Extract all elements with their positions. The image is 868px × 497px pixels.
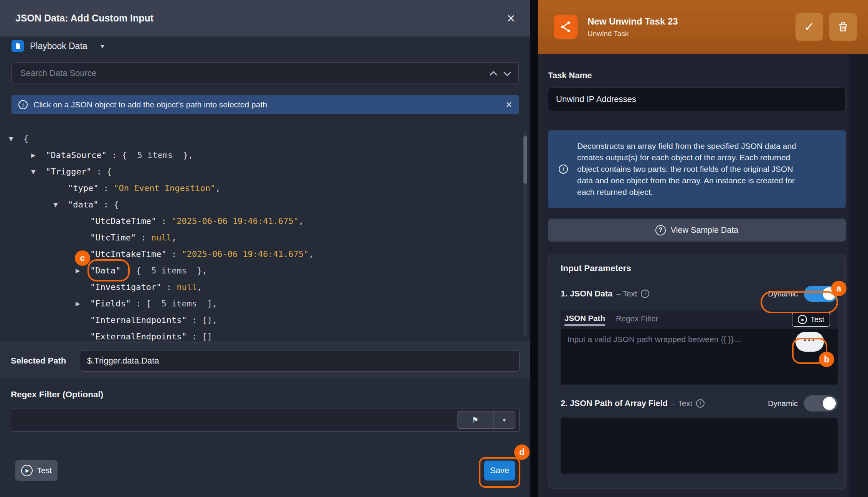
input-parameters-panel: Input Parameters 1. JSON Data – Text i D… (548, 254, 846, 489)
json-token-punc: : (167, 249, 182, 259)
param-test-button[interactable]: ▶ Test (792, 312, 830, 327)
expand-icon[interactable]: ▶ (31, 152, 46, 159)
dynamic-toggle-on[interactable] (804, 286, 838, 302)
question-icon: ? (655, 225, 666, 235)
info-icon: i (641, 290, 649, 298)
param-1-label: 1. JSON Data (561, 289, 612, 299)
flag-icon: ⚑ (457, 411, 493, 428)
json-token-null: null (151, 233, 172, 242)
json-tree: ▼{▶"DataSource" : { 5 items },▼"Trigger"… (0, 126, 530, 342)
json-tree-line[interactable]: ▶"Fields" : [ 5 items ], (0, 295, 530, 312)
json-tree-line[interactable]: "InternalEndpoints" : [], (0, 312, 530, 328)
json-token-str: "2025-06-06 19:46:41.675" (182, 249, 309, 259)
param-1-type: – Text (616, 289, 637, 298)
data-source-search (12, 63, 519, 84)
json-path-widget: JSON Path Regex Filter ▶ Test ··· (561, 310, 838, 385)
collapse-icon[interactable]: ▼ (9, 135, 23, 142)
json-token-punc: : { (91, 167, 112, 176)
json-token-punc: : { (120, 266, 151, 275)
json-tree-line[interactable]: ▼"data" : { (0, 196, 530, 213)
test-button-label: Test (37, 466, 52, 475)
panel-scroll-gutter (850, 54, 868, 497)
param-1-labels: 1. JSON Data – Text i (561, 289, 649, 299)
json-tree-line[interactable]: "UtcIntakeTime" : "2025-06-06 19:46:41.6… (0, 246, 530, 262)
more-options-button[interactable]: ··· (795, 332, 824, 352)
close-icon[interactable]: × (507, 12, 515, 25)
regex-filter-field: ⚑ ▼ (11, 408, 520, 432)
regex-filter-input[interactable] (11, 415, 519, 425)
tab-json-path[interactable]: JSON Path (564, 314, 605, 326)
data-source-dropdown[interactable]: Playbook Data ▼ (12, 39, 519, 53)
task-subtitle: Unwind Task (587, 30, 678, 38)
view-sample-data-button[interactable]: ? View Sample Data (548, 219, 846, 242)
json-tree-line[interactable]: ▶"DataSource" : { 5 items }, (0, 147, 530, 163)
json-tree-line[interactable]: "ExternalEndpoints" : [] (0, 328, 530, 342)
json-tree-line[interactable]: "UtcDateTime" : "2025-06-06 19:46:41.675… (0, 213, 530, 229)
json-token-punc: : (98, 183, 114, 193)
param-2-labels: 2. JSON Path of Array Field – Text i (561, 399, 705, 408)
json-token-punc: : { (107, 150, 137, 160)
task-description-text: Deconstructs an array field from the spe… (577, 140, 807, 198)
json-path-input-body: ··· (561, 329, 838, 385)
json-token-punc: , (215, 183, 220, 193)
collapse-icon[interactable]: ▼ (53, 201, 68, 208)
json-token-key: "Fields" (90, 299, 131, 308)
json-token-key: "InternalEndpoints" (90, 315, 187, 325)
selected-path-section: Selected Path (0, 342, 530, 379)
json-tree-line[interactable]: "UtcTime" : null, (0, 229, 530, 246)
info-icon: i (696, 399, 705, 408)
param-test-label: Test (810, 315, 824, 324)
expand-icon[interactable]: ▶ (76, 300, 90, 307)
json-tree-line[interactable]: "type" : "On Event Ingestion", (0, 180, 530, 196)
scrollbar-thumb[interactable] (523, 136, 527, 184)
dynamic-toggle-off[interactable] (804, 395, 838, 411)
test-button[interactable]: ▶ Test (15, 460, 58, 481)
array-field-path-textarea[interactable] (561, 418, 838, 474)
json-token-punc: , (309, 249, 314, 259)
collapse-icon[interactable]: ▼ (31, 168, 46, 175)
dynamic-label: Dynamic (768, 290, 798, 298)
json-token-items: 5 items (161, 299, 197, 308)
save-button[interactable]: Save (484, 461, 515, 481)
json-data-modal: JSON Data: Add Custom Input × Playbook D… (0, 0, 530, 497)
task-name-input[interactable] (548, 87, 846, 111)
regex-filter-label: Regex Filter (Optional) (11, 390, 520, 400)
json-token-punc: , (172, 233, 177, 242)
json-token-items: 5 items (137, 150, 173, 160)
json-token-punc: : (156, 216, 172, 226)
json-token-key: "DataSource" (46, 150, 107, 160)
confirm-button[interactable]: ✓ (795, 13, 823, 41)
chevron-down-icon[interactable] (503, 69, 511, 76)
task-title: New Unwind Task 23 (587, 16, 678, 27)
banner-close-icon[interactable]: × (506, 99, 512, 111)
toggle-knob (823, 397, 836, 410)
task-header: New Unwind Task 23 Unwind Task ✓ (538, 0, 868, 54)
delete-button[interactable] (829, 13, 857, 41)
param-2-row: 2. JSON Path of Array Field – Text i Dyn… (561, 395, 838, 411)
json-tree-line[interactable]: ▶"Data" : { 5 items }, (0, 262, 530, 279)
trash-icon (837, 21, 849, 33)
dynamic-label: Dynamic (768, 399, 798, 408)
playbook-data-icon (12, 40, 24, 52)
regex-flags-dropdown[interactable]: ⚑ ▼ (457, 411, 515, 429)
expand-icon[interactable]: ▶ (76, 267, 90, 274)
json-token-punc: : [ (131, 299, 161, 308)
json-token-punc: , (299, 216, 304, 226)
json-token-str: "On Event Ingestion" (114, 183, 215, 193)
param-1-row: 1. JSON Data – Text i Dynamic (561, 286, 838, 302)
selected-path-input[interactable] (80, 350, 520, 372)
json-tree-line[interactable]: ▼{ (0, 130, 530, 147)
play-icon: ▶ (21, 465, 33, 476)
param-2-label: 2. JSON Path of Array Field (561, 399, 668, 408)
json-tree-line[interactable]: ▼"Trigger" : { (0, 163, 530, 180)
json-tree-line[interactable]: "Investigator" : null, (0, 279, 530, 295)
chevron-up-icon[interactable] (490, 71, 497, 79)
json-token-punc: : [] (187, 332, 212, 341)
tab-regex-filter[interactable]: Regex Filter (616, 314, 658, 325)
json-token-punc: : (136, 233, 151, 242)
json-token-key: "type" (68, 183, 98, 193)
app-root: JSON Data: Add Custom Input × Playbook D… (0, 0, 868, 497)
json-token-key: "ExternalEndpoints" (90, 332, 187, 341)
unwind-task-icon (554, 15, 578, 39)
search-input[interactable] (20, 68, 482, 78)
